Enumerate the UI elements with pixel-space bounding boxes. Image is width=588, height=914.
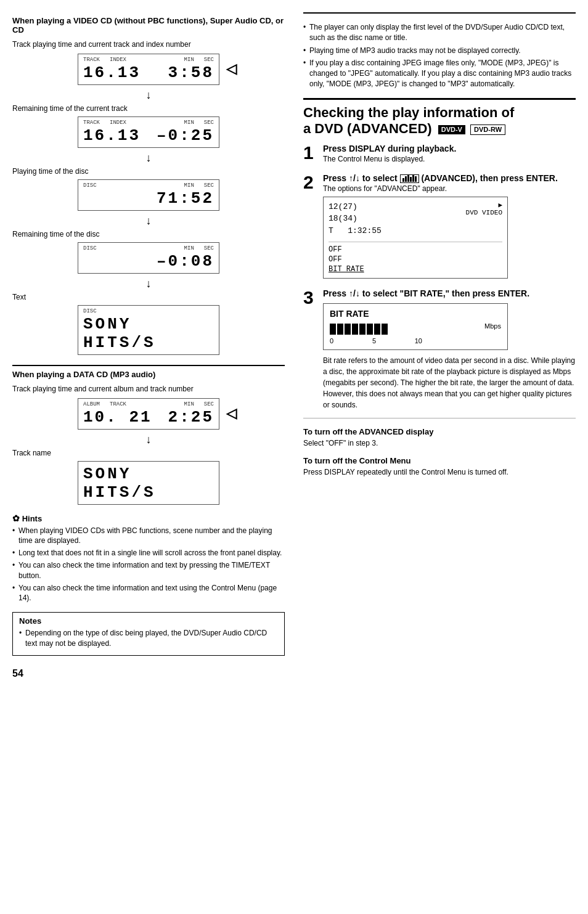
adv-bar-3 [407, 175, 409, 182]
label-index-2: INDEX [110, 120, 126, 126]
display-wrapper-4: DISC MIN SEC –0:08 [71, 242, 226, 274]
bitrate-scale: 0 5 10 [330, 337, 422, 345]
display-box-4: DISC MIN SEC –0:08 [78, 242, 219, 274]
label-sec-5: SEC [204, 401, 214, 407]
step-num-3: 3 [303, 288, 318, 307]
bitrate-title: BIT RATE [330, 309, 501, 319]
step-3: 3 Press ↑/↓ to select "BIT RATE," then p… [303, 288, 576, 410]
display-text-value: SONY HITS/S [83, 315, 214, 352]
label-min-2: MIN [184, 120, 194, 126]
option-off-1: OFF [329, 245, 502, 255]
caption2: Track playing time and current album and… [12, 384, 285, 394]
label-disc-2: DISC [83, 245, 97, 251]
bracket-arrow-2: ◁ [226, 406, 237, 422]
bitrate-panel: BIT RATE [323, 303, 508, 350]
adv-bar-2 [405, 176, 407, 182]
label-album: ALBUM [83, 401, 100, 407]
display-box-6: ALBUM TRACK MIN SEC 10. 21 2:25 [78, 398, 219, 430]
advanced-heading: Checking the play information of a DVD (… [303, 98, 576, 137]
panel-right: ▶ DVD VIDEO [461, 201, 502, 216]
hint-item-1: When playing VIDEO CDs with PBC function… [12, 526, 285, 547]
turn-off-advanced-desc: Select "OFF" in step 3. [303, 439, 576, 447]
display-wrapper-5: DISC SONY HITS/S [71, 305, 226, 355]
step-content-3: Press ↑/↓ to select "BIT RATE," then pre… [323, 288, 576, 410]
arrow-down-3: ↓ [12, 214, 285, 227]
bitrate-unit: Mbps [484, 322, 501, 330]
display-values-2: 16.13 –0:25 [83, 126, 214, 145]
display-left-6: 10. 21 [83, 408, 152, 426]
bitrate-bar-container: Mbps [330, 322, 501, 335]
label-sec-2: SEC [204, 120, 214, 126]
display-left-1: 16.13 [83, 63, 141, 82]
display-wrapper-2: TRACK INDEX MIN SEC 16.13 –0:25 [71, 116, 226, 148]
label-sec: SEC [204, 57, 214, 63]
display-wrapper-1: TRACK INDEX MIN SEC 16.13 3:58 ◁ [71, 54, 226, 85]
hint-item-3: You can also check the time information … [12, 560, 285, 581]
scale-10: 10 [415, 337, 422, 345]
label-disc: DISC [83, 182, 97, 189]
step-desc-2: The options for "ADVANCED" appear. [323, 184, 576, 193]
display-wrapper-6: ALBUM TRACK MIN SEC 10. 21 2:25 ◁ [71, 398, 226, 430]
adv-bar-6 [415, 176, 417, 182]
hints-section: ✿ Hints When playing VIDEO CDs with PBC … [12, 513, 285, 604]
notes-title: Notes [19, 616, 278, 626]
section2-heading: When playing a DATA CD (MP3 audio) [12, 365, 285, 379]
option-off-2: OFF [329, 255, 502, 264]
note-top-1: The player can only display the first le… [303, 22, 576, 43]
label-min-5: MIN [184, 401, 194, 407]
time-line-3: T 1:32:55 [329, 225, 461, 237]
label-track-2: TRACK [83, 120, 100, 126]
step-1: 1 Press DISPLAY during playback. The Con… [303, 144, 576, 167]
hints-list: When playing VIDEO CDs with PBC function… [12, 526, 285, 604]
advanced-section: Checking the play information of a DVD (… [303, 98, 576, 477]
divider [303, 418, 576, 418]
bitrate-desc: Bit rate refers to the amount of video d… [323, 355, 576, 410]
arrow-down-5: ↓ [12, 433, 285, 446]
display-left-2: 16.13 [83, 126, 141, 145]
time-line-2: 18(34) [329, 213, 461, 225]
display-box-2: TRACK INDEX MIN SEC 16.13 –0:25 [78, 116, 219, 148]
display-values-7: SONY HITS/S [83, 465, 214, 502]
label-min: MIN [184, 57, 194, 63]
data-cd-section: When playing a DATA CD (MP3 audio) Track… [12, 365, 285, 505]
caption1: Track playing time and current track and… [12, 39, 285, 50]
display-labels-3: DISC MIN SEC [83, 182, 214, 189]
display-values-1: 16.13 3:58 [83, 63, 214, 82]
scale-5: 5 [372, 337, 376, 345]
display-text-value-2: SONY HITS/S [83, 465, 214, 502]
section1-heading: When playing a VIDEO CD (without PBC fun… [12, 12, 285, 35]
display-labels-6: ALBUM TRACK MIN SEC [83, 401, 214, 407]
bracket-arrow-1: ◁ [226, 61, 237, 77]
hints-title: Hints [22, 514, 43, 523]
notes-box: Notes Depending on the type of disc bein… [12, 612, 285, 656]
label-remaining-1: Remaining time of the current track [12, 104, 285, 113]
label-disc-3: DISC [83, 308, 97, 314]
turn-off-advanced-heading: To turn off the ADVANCED display [303, 427, 576, 436]
note-top-3: If you play a disc containing JPEG image… [303, 58, 576, 89]
step-2: 2 Press ↑/↓ to select (ADVANCED), then p [303, 173, 576, 283]
advanced-title-line2: a DVD (ADVANCED) [303, 121, 432, 136]
display-right-1: 3:58 [168, 63, 214, 82]
step-num-2: 2 [303, 173, 318, 192]
scale-0: 0 [330, 337, 333, 345]
hint-item-2: Long text that does not fit in a single … [12, 548, 285, 558]
display-labels-2: TRACK INDEX MIN SEC [83, 120, 214, 126]
label-text: Text [12, 293, 285, 301]
display-right-3: 71:52 [157, 189, 214, 208]
label-sec-4: SEC [204, 245, 214, 251]
adv-bar-5 [412, 175, 414, 182]
bar-seg-5 [359, 324, 365, 335]
display-right-4: –0:08 [157, 252, 214, 271]
adv-bar-1 [402, 178, 404, 182]
bar-seg-2 [337, 324, 343, 335]
label-track-3: TRACK [110, 401, 126, 407]
label-sec-3: SEC [204, 182, 214, 189]
step-desc-1: The Control Menu is displayed. [323, 155, 576, 163]
step-title-1: Press DISPLAY during playback. [323, 144, 576, 153]
display-right-2: –0:25 [157, 126, 214, 145]
step-num-1: 1 [303, 144, 318, 162]
notes-top-list: The player can only display the first le… [303, 22, 576, 89]
badge-dvd-v: DVD-V [438, 125, 465, 134]
note-item-1: Depending on the type of disc being play… [19, 628, 278, 649]
label-track-name: Track name [12, 449, 285, 457]
